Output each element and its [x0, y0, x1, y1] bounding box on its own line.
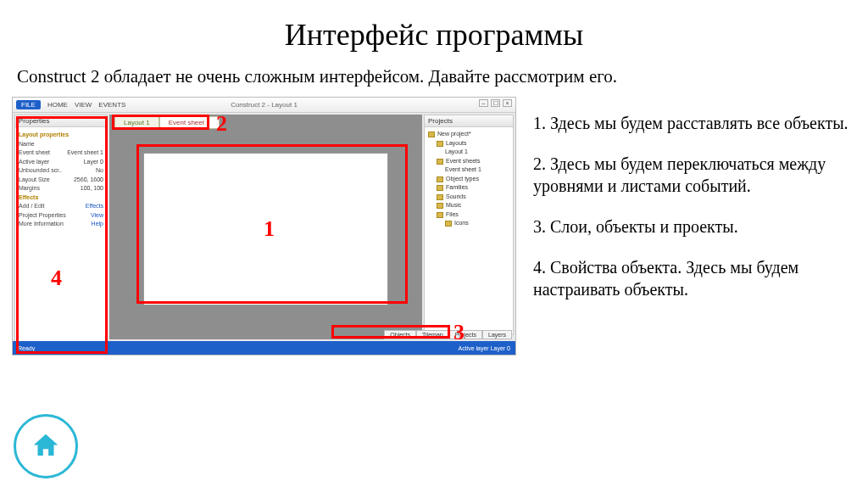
prop-margins-val[interactable]: 100, 100: [81, 184, 103, 193]
folder-icon: [437, 212, 443, 218]
prop-projprops-val[interactable]: View: [91, 211, 103, 221]
menu-home[interactable]: HOME: [47, 101, 68, 109]
tree-root[interactable]: New project*: [428, 130, 509, 139]
folder-icon: [445, 221, 452, 227]
projects-title: Projects: [425, 115, 513, 127]
folder-icon: [428, 132, 435, 137]
tab-eventsheet[interactable]: Event sheet 1: [159, 116, 220, 129]
status-right: Active layer Layer 0: [459, 345, 510, 351]
folder-icon: [437, 194, 443, 200]
tree-music[interactable]: Music: [428, 201, 509, 210]
prop-activelayer-val[interactable]: Layer 0: [84, 158, 103, 167]
btab-objects[interactable]: Objects: [384, 330, 416, 339]
tree-sounds[interactable]: Sounds: [428, 193, 509, 202]
callout-number-4: 4: [51, 266, 62, 291]
menu-events[interactable]: EVENTS: [98, 101, 125, 109]
status-bar: Ready Active layer Layer 0: [13, 341, 515, 355]
close-icon[interactable]: ×: [503, 99, 512, 107]
folder-icon: [437, 185, 443, 191]
slide-title: Интерфейс программы: [0, 0, 868, 61]
prop-moreinfo-key: More Information: [19, 220, 64, 229]
file-button[interactable]: FILE: [16, 100, 41, 109]
tree-families[interactable]: Families: [428, 183, 509, 193]
btab-layers[interactable]: Layers: [482, 330, 512, 339]
prop-layoutsize-key: Layout Size: [19, 176, 50, 185]
folder-icon: [437, 176, 443, 182]
home-button[interactable]: [14, 414, 78, 479]
prop-moreinfo-val[interactable]: Help: [92, 220, 103, 229]
tree-eventsheets[interactable]: Event sheets: [428, 157, 509, 166]
prop-unbounded-val[interactable]: No: [96, 166, 103, 176]
callout-number-2: 2: [216, 111, 227, 137]
minimize-icon[interactable]: –: [479, 99, 488, 107]
prop-eventsheet-key: Event sheet: [19, 148, 50, 158]
properties-title: Properties: [15, 115, 107, 127]
home-icon: [30, 430, 62, 462]
props-section: Layout properties: [19, 131, 103, 140]
tree-objecttypes[interactable]: Object types: [428, 175, 509, 184]
app-toolbar: FILE HOME VIEW EVENTS Construct 2 - Layo…: [13, 98, 515, 113]
tab-layout[interactable]: Layout 1: [114, 116, 159, 129]
prop-activelayer-key: Active layer: [19, 158, 49, 167]
folder-icon: [437, 203, 443, 209]
status-left: Ready: [18, 345, 35, 351]
callout-number-1: 1: [264, 216, 275, 242]
tree-layout1[interactable]: Layout 1: [428, 148, 509, 157]
bottom-tabs: Objects Tilemap Projects Layers: [384, 330, 512, 339]
app-screenshot: FILE HOME VIEW EVENTS Construct 2 - Layo…: [12, 97, 516, 355]
properties-panel: Properties Layout properties Name Event …: [14, 115, 108, 354]
prop-addedit-key: Add / Edit: [19, 202, 44, 211]
tree-files[interactable]: Files: [428, 210, 509, 220]
prop-name-key: Name: [19, 140, 35, 149]
projects-panel: Projects New project* Layouts Layout 1 E…: [424, 115, 514, 335]
prop-unbounded-key: Unbounded scr..: [19, 166, 62, 176]
prop-layoutsize-val[interactable]: 2560, 1600: [74, 176, 103, 185]
tree-layouts[interactable]: Layouts: [428, 139, 509, 148]
btab-tilemap[interactable]: Tilemap: [416, 330, 449, 339]
prop-projprops-key: Project Properties: [19, 211, 66, 221]
prop-margins-key: Margins: [19, 184, 40, 193]
folder-icon: [437, 159, 443, 165]
explanation-block: 1. Здесь мы будем расставлять все объект…: [533, 97, 856, 355]
tree-icons[interactable]: Icons: [428, 219, 509, 228]
slide-subtitle: Construct 2 обладает не очень сложным ин…: [0, 61, 868, 97]
tree-esheet1[interactable]: Event sheet 1: [428, 165, 509, 175]
explain-4: 4. Свойства объекта. Здесь мы будем наст…: [533, 256, 856, 300]
window-title: Construct 2 - Layout 1: [231, 101, 298, 109]
prop-eventsheet-val[interactable]: Event sheet 1: [67, 148, 103, 158]
explain-1: 1. Здесь мы будем расставлять все объект…: [533, 112, 856, 134]
folder-icon: [437, 141, 443, 147]
prop-addedit-val[interactable]: Effects: [86, 202, 103, 211]
explain-3: 3. Слои, объекты и проекты.: [533, 216, 856, 238]
menu-view[interactable]: VIEW: [75, 101, 92, 109]
maximize-icon[interactable]: ☐: [491, 99, 500, 107]
callout-number-3: 3: [453, 320, 465, 345]
explain-2: 2. Здесь мы будем переключаться между ур…: [533, 153, 856, 197]
prop-effects-key: Effects: [19, 193, 103, 203]
